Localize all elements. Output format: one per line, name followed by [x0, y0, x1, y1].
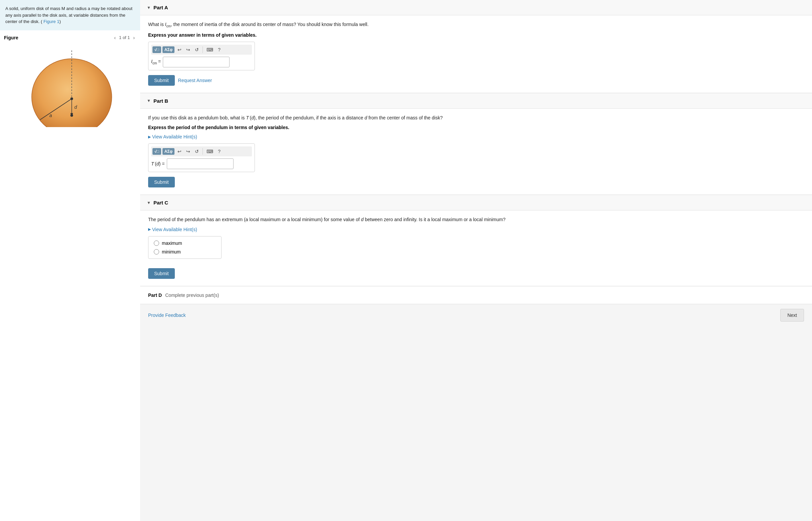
toolbar-greek-btn[interactable]: ΑΣφ — [162, 46, 175, 53]
figure-title: Figure — [4, 35, 18, 40]
part-b-arrow: ▼ — [147, 98, 151, 103]
toolbar-redo-btn[interactable]: ↪ — [184, 46, 192, 53]
part-b-input-box: √□ ΑΣφ ↩ ↪ ↺ ⌨ ? T (d) = — [148, 143, 255, 172]
figure-nav-controls: ‹ 1 of 1 › — [113, 35, 136, 41]
part-d-row: Part D Complete previous part(s) — [140, 287, 812, 304]
part-d-title: Part D — [148, 293, 162, 298]
disk-figure: d a — [4, 44, 136, 130]
part-a-body: What is Icm, the moment of inertia of th… — [140, 15, 812, 92]
part-b-section: ▼ Part B If you use this disk as a pendu… — [140, 93, 812, 194]
part-b-body: If you use this disk as a pendulum bob, … — [140, 109, 812, 194]
part-b-field-row: T (d) = — [151, 158, 252, 169]
part-b-hint-label: View Available Hint(s) — [152, 134, 197, 139]
part-a-question: What is Icm, the moment of inertia of th… — [148, 21, 804, 29]
toolbar-reset-btn[interactable]: ↺ — [193, 46, 201, 53]
toolbar-undo-btn[interactable]: ↩ — [176, 46, 183, 53]
figure-link[interactable]: Figure 1 — [43, 19, 60, 24]
part-c-minimum-label: minimum — [162, 249, 181, 254]
svg-text:a: a — [49, 113, 52, 118]
part-a-request-answer-link[interactable]: Request Answer — [178, 78, 212, 83]
right-panel: ▼ Part A What is Icm, the moment of iner… — [140, 0, 812, 521]
toolbar-sqrt-btn[interactable]: √□ — [153, 46, 161, 53]
part-c-submit-button[interactable]: Submit — [148, 268, 175, 279]
svg-point-7 — [70, 114, 73, 117]
part-d-text: Complete previous part(s) — [165, 293, 219, 298]
part-c-header: ▼ Part C — [140, 195, 812, 210]
part-b-toolbar-help-btn[interactable]: ? — [216, 148, 222, 155]
part-c-arrow: ▼ — [147, 201, 151, 205]
part-c-body: The period of the pendulum has an extrem… — [140, 210, 812, 285]
part-b-toolbar-reset-btn[interactable]: ↺ — [193, 148, 201, 155]
part-b-toolbar-separator — [203, 148, 203, 155]
figure-section: Figure ‹ 1 of 1 › — [0, 30, 140, 521]
part-c-option-minimum[interactable]: minimum — [154, 249, 216, 254]
part-c-hint-label: View Available Hint(s) — [152, 227, 197, 232]
part-b-question: If you use this disk as a pendulum bob, … — [148, 114, 804, 121]
part-b-toolbar-redo-btn[interactable]: ↪ — [184, 148, 192, 155]
part-b-toolbar-greek-btn[interactable]: ΑΣφ — [162, 148, 175, 155]
part-c-section: ▼ Part C The period of the pendulum has … — [140, 195, 812, 285]
part-c-btn-row: Submit — [148, 268, 804, 279]
part-b-instruction: Express the period of the pendulum in te… — [148, 125, 804, 130]
part-a-field-row: Icm = — [151, 57, 252, 67]
part-a-btn-row: Submit Request Answer — [148, 75, 804, 86]
part-b-label: T (d) = — [151, 161, 165, 166]
provide-feedback-link[interactable]: Provide Feedback — [148, 313, 186, 318]
part-c-option-maximum[interactable]: maximum — [154, 241, 216, 246]
part-b-title: Part B — [154, 98, 168, 104]
part-a-label: Icm = — [151, 59, 161, 65]
part-c-radio-group: maximum minimum — [148, 236, 222, 259]
svg-text:d: d — [74, 105, 77, 110]
part-b-hint-link[interactable]: ▶ View Available Hint(s) — [148, 134, 804, 139]
figure-page: 1 of 1 — [119, 35, 130, 40]
part-c-question: The period of the pendulum has an extrem… — [148, 216, 804, 223]
next-button[interactable]: Next — [780, 309, 804, 321]
toolbar-keyboard-btn[interactable]: ⌨ — [205, 46, 215, 53]
bottom-bar: Provide Feedback Next — [140, 304, 812, 326]
part-a-arrow: ▼ — [147, 5, 151, 10]
part-a-input[interactable] — [163, 57, 229, 67]
part-c-radio-maximum[interactable] — [154, 241, 159, 246]
part-c-radio-minimum[interactable] — [154, 249, 159, 254]
toolbar-help-btn[interactable]: ? — [216, 46, 222, 53]
figure-prev-button[interactable]: ‹ — [113, 35, 117, 41]
part-b-submit-button[interactable]: Submit — [148, 177, 175, 187]
part-a-section: ▼ Part A What is Icm, the moment of iner… — [140, 0, 812, 92]
part-b-header: ▼ Part B — [140, 93, 812, 109]
part-b-toolbar: √□ ΑΣφ ↩ ↪ ↺ ⌨ ? — [151, 146, 252, 156]
part-c-title: Part C — [154, 200, 168, 205]
disk-svg: d a — [20, 47, 120, 127]
part-a-toolbar: √□ ΑΣφ ↩ ↪ ↺ ⌨ ? — [151, 45, 252, 55]
part-a-input-box: √□ ΑΣφ ↩ ↪ ↺ ⌨ ? Icm = — [148, 42, 255, 70]
figure-next-button[interactable]: › — [132, 35, 136, 41]
part-b-toolbar-keyboard-btn[interactable]: ⌨ — [205, 148, 215, 155]
part-a-instruction: Express your answer in terms of given va… — [148, 32, 804, 38]
part-b-hint-arrow: ▶ — [148, 135, 151, 139]
part-b-toolbar-undo-btn[interactable]: ↩ — [176, 148, 183, 155]
problem-statement: A solid, uniform disk of mass M and radi… — [0, 0, 140, 30]
part-b-btn-row: Submit — [148, 177, 804, 187]
part-a-submit-button[interactable]: Submit — [148, 75, 175, 86]
part-c-hint-arrow: ▶ — [148, 227, 151, 231]
part-c-maximum-label: maximum — [162, 241, 182, 246]
part-b-input[interactable] — [167, 158, 233, 169]
part-c-hint-link[interactable]: ▶ View Available Hint(s) — [148, 227, 804, 232]
toolbar-separator — [203, 46, 203, 53]
part-b-toolbar-sqrt-btn[interactable]: √□ — [153, 148, 161, 155]
part-a-header: ▼ Part A — [140, 0, 812, 15]
part-a-title: Part A — [154, 5, 168, 10]
